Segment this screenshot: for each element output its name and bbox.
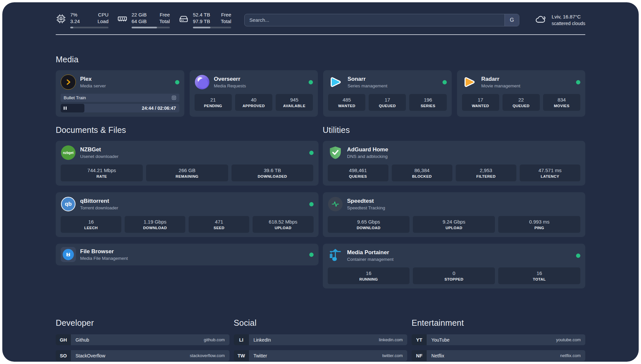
section-title-developer: Developer (56, 318, 229, 328)
stat-box: 945 AVAILABLE (276, 94, 313, 111)
section-title-utilities: Utilities (323, 125, 586, 135)
adguard-icon (328, 145, 343, 160)
stat-box: 834 MOVIES (543, 94, 580, 111)
service-title: Overseerr (214, 76, 246, 82)
service-card-sonarr[interactable]: Sonarr Series management 485 WANTED 17 Q… (323, 70, 452, 117)
dashboard: 7% 3.24 CPU Load (2, 2, 639, 362)
stat-box: 1.19 Gbps DOWNLOAD (125, 216, 185, 233)
cpu-progress-track (70, 27, 108, 28)
bookmark-youtube[interactable]: YT YouTube youtube.com (412, 334, 585, 345)
service-card-overseerr[interactable]: Overseerr Media Requests 21 PENDING 40 A… (190, 70, 318, 117)
playback-progress-fill (61, 104, 84, 112)
bookmark-netflix[interactable]: NF Netflix netflix.com (412, 350, 585, 361)
service-card-radarr[interactable]: Radarr Movie management 17 WANTED 22 QUE… (457, 70, 586, 117)
ram-stat-widget: 22 GiB 64 GiB Free Total (117, 12, 170, 28)
search-input[interactable] (244, 14, 519, 26)
ram-icon (117, 14, 128, 24)
stat-box: 744.21 Mbps RATE (61, 165, 143, 181)
bookmark-twitter[interactable]: TW Twitter twitter.com (234, 350, 408, 361)
overseerr-icon (195, 75, 210, 90)
documents-column: Documents & Files nzbget NZBGet Usenet d… (56, 125, 319, 272)
stat-box: 16 TOTAL (498, 267, 580, 284)
filebrowser-icon (61, 247, 76, 262)
ram-total-label: Total (156, 18, 170, 25)
service-title: Media Portainer (347, 249, 394, 256)
cpu-load-label: Load (95, 18, 108, 25)
status-online-dot (309, 151, 314, 155)
service-card-adguard[interactable]: AdGuard Home DNS and adblocking 498,461 … (323, 141, 586, 186)
ram-free-label: Free (156, 12, 170, 18)
service-card-portainer[interactable]: Media Portainer Container management 16 … (323, 244, 586, 288)
media-card-row: Plex Media server Bullet Train 24:44 / 0… (56, 70, 585, 117)
bookmark-github[interactable]: GH Github github.com (56, 334, 229, 345)
service-subtitle: Speedtest Tracking (347, 205, 385, 211)
now-playing-title: Bullet Train (64, 95, 86, 100)
bookmark-abbr: TW (234, 350, 249, 361)
disk-progress-track (193, 27, 231, 28)
service-subtitle: Media Requests (214, 83, 246, 89)
stat-box: 17 QUEUED (369, 94, 406, 111)
weather-condition: scattered clouds (552, 20, 585, 27)
disk-icon (178, 14, 189, 24)
service-card-plex[interactable]: Plex Media server Bullet Train 24:44 / 0… (56, 70, 184, 117)
bookmark-abbr: SO (56, 350, 71, 361)
bookmark-name: Github (76, 337, 89, 343)
service-title: File Browser (80, 248, 128, 255)
camera-icon (171, 95, 176, 100)
service-subtitle: Movie management (481, 83, 521, 89)
bookmark-url: netflix.com (560, 353, 581, 358)
bookmark-name: LinkedIn (254, 337, 271, 343)
search-provider-button[interactable]: G (504, 14, 519, 26)
stat-box: 40 APPROVED (235, 94, 272, 111)
service-card-nzbget[interactable]: nzbget NZBGet Usenet downloader 744.21 M… (56, 141, 319, 186)
screenshot-frame: 7% 3.24 CPU Load (0, 0, 641, 364)
stat-box: 17 WANTED (462, 94, 499, 111)
bookmark-url: youtube.com (556, 337, 581, 342)
service-card-speedtest[interactable]: Speedtest Speedtest Tracking 9.65 Gbps D… (323, 192, 586, 237)
bookmarks-social: Social LI LinkedIn linkedin.com TW Twitt… (234, 318, 408, 362)
bookmarks-entertainment: Entertainment YT YouTube youtube.com NF … (412, 318, 585, 362)
stat-box: 22 QUEUED (503, 94, 540, 111)
stat-box: 21 PENDING (195, 94, 232, 111)
stat-box: 498,461 QUERIES (328, 165, 388, 181)
status-online-dot (576, 254, 580, 258)
bookmark-stackoverflow[interactable]: SO StackOverflow stackoverflow.com (56, 350, 229, 361)
bookmarks-developer: Developer GH Github github.com SO StackO… (56, 318, 229, 362)
now-playing-row: Bullet Train (61, 94, 179, 102)
service-card-filebrowser[interactable]: File Browser Media File Management (56, 244, 319, 265)
cpu-stat-widget: 7% 3.24 CPU Load (56, 12, 108, 28)
bookmark-abbr: GH (56, 334, 71, 345)
cpu-percent: 7% (70, 12, 87, 18)
cpu-icon (56, 14, 66, 24)
service-subtitle: Series management (348, 83, 387, 89)
bookmark-name: YouTube (431, 337, 449, 343)
stat-box: 471 SEED (189, 216, 249, 233)
sonarr-icon (328, 75, 343, 90)
ram-free-value: 22 GiB (132, 12, 149, 18)
service-subtitle: Torrent downloader (80, 205, 118, 211)
bookmark-url: linkedin.com (379, 337, 403, 342)
stat-box: 39.6 TB DOWNLOADED (231, 165, 314, 181)
header-divider (56, 34, 585, 35)
stat-box: 2,953 FILTERED (456, 165, 516, 181)
cpu-label: CPU (95, 12, 108, 18)
stat-box: 9.65 Gbps DOWNLOAD (328, 216, 410, 233)
radarr-icon (462, 75, 477, 90)
playback-progress-bar: 24:44 / 02:06:47 (61, 104, 179, 112)
service-subtitle: Container management (347, 257, 394, 262)
stat-box: 0.993 ms PING (498, 216, 580, 233)
stat-box: 0 STOPPED (413, 267, 495, 284)
service-subtitle: Media server (80, 83, 106, 89)
header-bar: 7% 3.24 CPU Load (56, 12, 585, 28)
bookmark-abbr: NF (412, 350, 427, 361)
bookmark-name: Twitter (254, 353, 267, 358)
bookmark-name: StackOverflow (76, 353, 105, 358)
service-title: qBittorrent (80, 198, 118, 204)
ram-progress-fill (132, 27, 157, 28)
stat-box: 16 RUNNING (328, 267, 410, 284)
bookmark-url: twitter.com (382, 353, 403, 358)
stat-box: 47.571 ms LATENCY (520, 165, 580, 181)
bookmark-linkedin[interactable]: LI LinkedIn linkedin.com (234, 334, 408, 345)
service-card-qbittorrent[interactable]: qb qBittorrent Torrent downloader 16 LEE… (56, 192, 319, 237)
stat-box: 16 LEECH (61, 216, 121, 233)
